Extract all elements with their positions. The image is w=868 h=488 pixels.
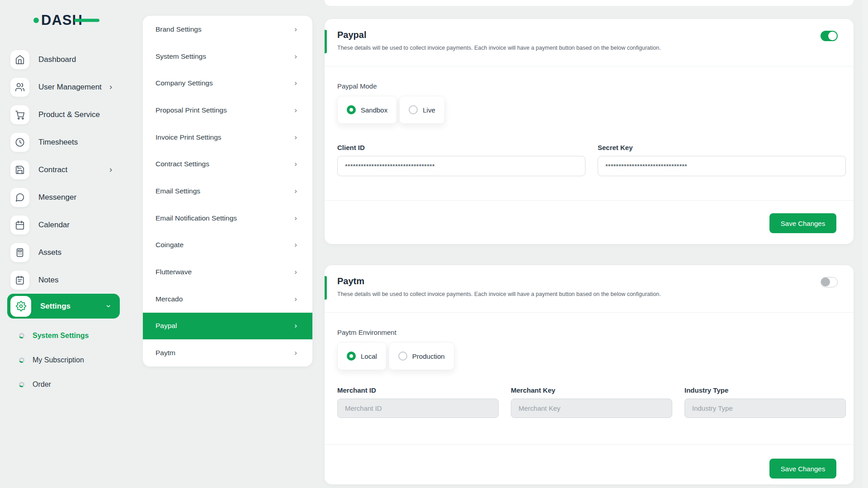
sidebar-item-label: Messenger bbox=[38, 193, 76, 202]
menu-item-label: Flutterwave bbox=[156, 268, 192, 276]
settings-menu-item-brand-settings[interactable]: Brand Settings › bbox=[143, 16, 312, 43]
paypal-save-button[interactable]: Save Changes bbox=[769, 213, 836, 233]
radio-option-local[interactable]: Local bbox=[337, 342, 387, 370]
scrollbar[interactable] bbox=[863, 0, 868, 488]
paytm-save-button[interactable]: Save Changes bbox=[769, 459, 836, 479]
sidebar-item-label: Settings bbox=[40, 302, 71, 311]
subnav-item-system-settings[interactable]: System Settings bbox=[0, 324, 131, 348]
menu-item-label: Company Settings bbox=[156, 79, 213, 87]
paypal-fields: Client ID Secret Key bbox=[337, 144, 846, 176]
app-logo[interactable]: DASH bbox=[33, 11, 100, 31]
paytm-card-title: Paytm bbox=[337, 276, 364, 286]
radio-unchecked-icon[interactable] bbox=[409, 105, 418, 114]
radio-checked-icon[interactable] bbox=[347, 352, 356, 361]
sidebar-item-label: Timesheets bbox=[38, 138, 78, 147]
settings-menu-item-email-settings[interactable]: Email Settings › bbox=[143, 178, 312, 205]
radio-option-label: Local bbox=[361, 352, 377, 360]
paypal-settings-card: Paypal These details will be used to col… bbox=[325, 19, 854, 244]
clock-icon bbox=[10, 133, 29, 152]
settings-menu-item-paypal[interactable]: Paypal › bbox=[143, 313, 312, 340]
sidebar-item-notes[interactable]: Notes bbox=[0, 266, 131, 294]
sidebar-item-settings[interactable]: Settings › bbox=[7, 294, 120, 319]
sidebar-item-assets[interactable]: Assets bbox=[0, 239, 131, 266]
menu-item-label: Email Notification Settings bbox=[156, 214, 237, 222]
settings-menu-item-coingate[interactable]: Coingate › bbox=[143, 232, 312, 259]
toggle-knob bbox=[821, 277, 830, 286]
radio-option-live[interactable]: Live bbox=[399, 96, 445, 124]
settings-menu-item-system-settings[interactable]: System Settings › bbox=[143, 43, 312, 70]
sidebar-item-product-service[interactable]: Product & Service bbox=[0, 101, 131, 128]
radio-option-production[interactable]: Production bbox=[389, 342, 454, 370]
card-accent-bar bbox=[325, 276, 327, 300]
divider bbox=[325, 444, 854, 445]
menu-item-label: Proposal Print Settings bbox=[156, 106, 227, 114]
settings-menu-item-email-notification-settings[interactable]: Email Notification Settings › bbox=[143, 205, 312, 232]
subnav-item-order[interactable]: Order bbox=[0, 372, 131, 397]
industry-type-label: Industry Type bbox=[684, 386, 846, 394]
divider bbox=[325, 66, 854, 66]
notepad-icon bbox=[10, 271, 29, 290]
sidebar-item-contract[interactable]: Contract › bbox=[0, 156, 131, 183]
sidebar-item-user-management[interactable]: User Management › bbox=[0, 73, 131, 101]
settings-menu-item-paytm[interactable]: Paytm › bbox=[143, 339, 312, 366]
chat-bubble-icon bbox=[10, 188, 29, 207]
paypal-enable-toggle[interactable] bbox=[821, 31, 838, 41]
chevron-right-icon: › bbox=[294, 133, 297, 142]
gear-icon bbox=[10, 296, 31, 317]
sidebar-item-calendar[interactable]: Calendar bbox=[0, 211, 131, 239]
menu-item-label: Mercado bbox=[156, 295, 183, 303]
settings-menu-panel: Brand Settings › System Settings › Compa… bbox=[143, 16, 312, 366]
chevron-right-icon: › bbox=[294, 52, 297, 61]
merchant-id-field-group: Merchant ID bbox=[337, 386, 499, 418]
paytm-fields: Merchant ID Merchant Key Industry Type bbox=[337, 386, 846, 418]
menu-item-label: Coingate bbox=[156, 241, 184, 249]
sidebar-item-label: User Management bbox=[38, 83, 102, 92]
cart-icon bbox=[10, 105, 29, 124]
radio-option-sandbox[interactable]: Sandbox bbox=[337, 96, 397, 124]
subnav-item-my-subscription[interactable]: My Subscription bbox=[0, 348, 131, 372]
settings-subnav: System Settings My Subscription Order bbox=[0, 324, 131, 397]
sidebar-nav: Dashboard User Management › Product & Se… bbox=[0, 46, 131, 319]
sidebar-item-timesheets[interactable]: Timesheets bbox=[0, 128, 131, 156]
paypal-card-description: These details will be used to collect in… bbox=[337, 45, 661, 51]
toggle-knob bbox=[828, 32, 837, 40]
settings-menu-item-invoice-print-settings[interactable]: Invoice Print Settings › bbox=[143, 124, 312, 151]
menu-item-label: System Settings bbox=[156, 52, 206, 61]
sidebar-item-messenger[interactable]: Messenger bbox=[0, 183, 131, 211]
industry-type-input[interactable] bbox=[684, 399, 846, 418]
settings-menu-item-company-settings[interactable]: Company Settings › bbox=[143, 70, 312, 97]
radio-checked-icon[interactable] bbox=[347, 105, 356, 114]
paytm-settings-card: Paytm These details will be used to coll… bbox=[325, 265, 854, 484]
radio-option-label: Production bbox=[412, 352, 445, 360]
previous-card-bottom bbox=[325, 0, 854, 6]
merchant-id-input[interactable] bbox=[337, 399, 499, 418]
settings-menu-item-contract-settings[interactable]: Contract Settings › bbox=[143, 150, 312, 178]
secret-key-field-group: Secret Key bbox=[598, 144, 846, 176]
progress-bullet-icon bbox=[19, 357, 24, 363]
paytm-environment-label: Paytm Environment bbox=[337, 328, 396, 336]
menu-item-label: Paytm bbox=[156, 349, 175, 357]
chevron-right-icon: › bbox=[294, 79, 297, 88]
main-content: Paypal These details will be used to col… bbox=[325, 0, 854, 488]
settings-menu-item-flutterwave[interactable]: Flutterwave › bbox=[143, 258, 312, 286]
calculator-icon bbox=[10, 243, 29, 262]
menu-item-label: Email Settings bbox=[156, 187, 200, 195]
client-id-label: Client ID bbox=[337, 144, 585, 151]
paytm-card-description: These details will be used to collect in… bbox=[337, 291, 661, 297]
chevron-right-icon: › bbox=[294, 106, 297, 115]
paytm-enable-toggle[interactable] bbox=[821, 277, 838, 287]
merchant-key-input[interactable] bbox=[511, 399, 672, 418]
secret-key-input[interactable] bbox=[598, 156, 846, 176]
subnav-item-label: My Subscription bbox=[33, 356, 84, 364]
settings-menu-item-mercado[interactable]: Mercado › bbox=[143, 286, 312, 313]
settings-menu-item-proposal-print-settings[interactable]: Proposal Print Settings › bbox=[143, 97, 312, 124]
radio-unchecked-icon[interactable] bbox=[398, 352, 407, 361]
client-id-input[interactable] bbox=[337, 156, 585, 176]
sidebar-item-dashboard[interactable]: Dashboard bbox=[0, 46, 131, 73]
chevron-right-icon: › bbox=[294, 214, 297, 223]
chevron-right-icon: › bbox=[294, 160, 297, 169]
sidebar-item-label: Notes bbox=[38, 276, 58, 285]
divider bbox=[325, 312, 854, 313]
chevron-right-icon: › bbox=[294, 321, 297, 330]
menu-item-label: Contract Settings bbox=[156, 160, 209, 168]
